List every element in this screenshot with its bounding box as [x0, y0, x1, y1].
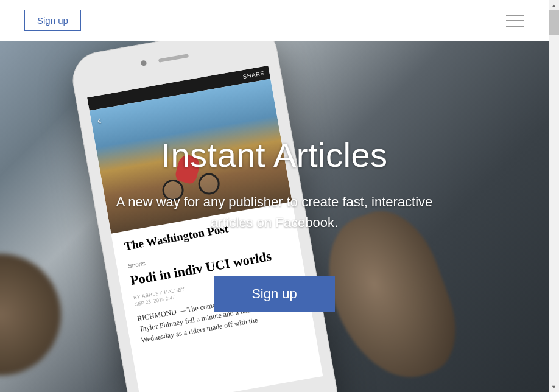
hero-title: Instant Articles: [0, 135, 549, 175]
header: Sign up: [0, 0, 549, 41]
scrollbar-thumb[interactable]: [549, 10, 559, 35]
scroll-down-chevron-icon[interactable]: [259, 343, 290, 362]
hero-signup-button[interactable]: Sign up: [214, 276, 335, 312]
hamburger-menu-icon[interactable]: [506, 15, 524, 27]
scrollbar-up-arrow-icon[interactable]: ▲: [549, 0, 559, 10]
header-signup-button[interactable]: Sign up: [24, 10, 81, 31]
hero-subtitle: A new way for any publisher to create fa…: [104, 192, 445, 233]
scrollbar[interactable]: ▲ ▼: [549, 0, 559, 392]
scrollbar-down-arrow-icon[interactable]: ▼: [549, 382, 559, 392]
hero-section: SHARE ‹ The Washington Post Sports Podi: [0, 41, 549, 392]
